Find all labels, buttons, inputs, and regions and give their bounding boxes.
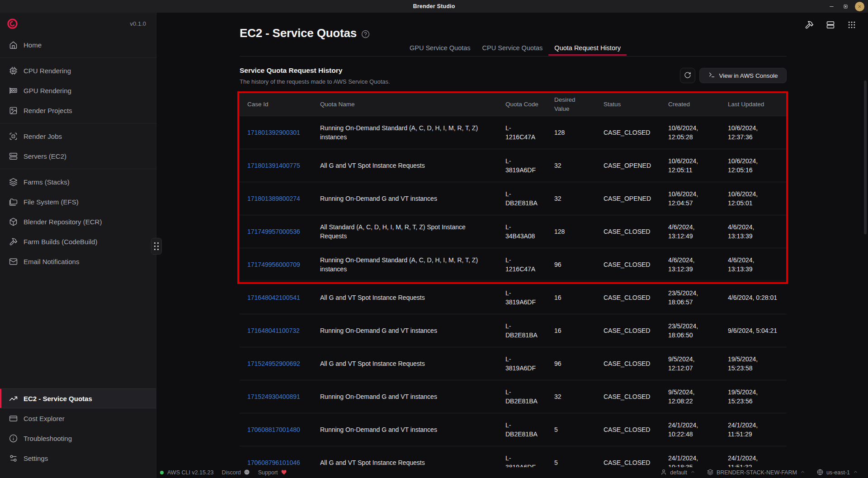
table-row: 171524930400891 Running On-Demand G and … xyxy=(240,380,787,413)
sidebar-divider xyxy=(0,57,156,58)
grid-dots-icon[interactable] xyxy=(847,20,856,29)
sidebar-item-settings[interactable]: Settings xyxy=(0,448,156,468)
case-id-link[interactable]: 171524952900692 xyxy=(240,359,312,368)
desired-value-cell: 128 xyxy=(547,227,596,236)
col-quota-code: Quota Code xyxy=(498,100,547,109)
status-dot xyxy=(160,471,164,474)
close-icon[interactable] xyxy=(855,2,864,11)
sidebar-item-home[interactable]: Home xyxy=(0,35,156,55)
last-updated-cell: 19/5/2024, 15:23:56 xyxy=(720,388,787,406)
sidebar-item-email-notifications[interactable]: Email Notifications xyxy=(0,251,156,271)
sidebar-item-ec2-service-quotas[interactable]: EC2 - Service Quotas xyxy=(0,388,156,408)
info-icon xyxy=(9,434,18,443)
minimize-icon[interactable] xyxy=(827,2,836,11)
table-row: 171801392900301 Running On-Demand Standa… xyxy=(240,116,787,149)
hammer-icon[interactable] xyxy=(805,20,814,29)
settings-icon xyxy=(9,454,18,463)
rows-icon[interactable] xyxy=(826,20,835,29)
quota-name-cell: All G and VT Spot Instance Requests xyxy=(312,359,498,368)
case-id-link[interactable]: 171648042100541 xyxy=(240,293,312,302)
quota-code-cell: L-1216C47A xyxy=(498,123,547,142)
stack-selector[interactable]: BRENDER-STACK-NEW-FARM xyxy=(707,469,805,477)
case-id-link[interactable]: 171648041100732 xyxy=(240,326,312,335)
server-icon xyxy=(9,152,18,161)
last-updated-cell: 4/6/2024, 13:13:39 xyxy=(720,256,787,274)
created-cell: 4/6/2024, 13:12:39 xyxy=(660,256,720,274)
quota-name-cell: Running On-Demand Standard (A, C, D, H, … xyxy=(312,256,498,274)
desired-value-cell: 16 xyxy=(547,293,596,302)
created-cell: 4/6/2024, 13:12:49 xyxy=(660,222,720,241)
sidebar-item-gpu-rendering[interactable]: GPU Rendering xyxy=(0,80,156,100)
sidebar-item-render-jobs[interactable]: Render Jobs xyxy=(0,126,156,146)
quota-code-cell: L-34B43A08 xyxy=(498,222,547,241)
help-circle-icon[interactable] xyxy=(361,30,370,38)
sidebar-item-cost-explorer[interactable]: Cost Explorer xyxy=(0,408,156,428)
quota-name-cell: Running On-Demand Standard (A, C, D, H, … xyxy=(312,123,498,142)
window-controls xyxy=(827,0,864,13)
sidebar-item-blender-repository-ecr[interactable]: Blender Repository (ECR) xyxy=(0,212,156,232)
sidebar-item-servers-ec2[interactable]: Servers (EC2) xyxy=(0,146,156,166)
quota-code-cell: L-1216C47A xyxy=(498,256,547,274)
package-icon xyxy=(9,218,18,226)
desired-value-cell: 32 xyxy=(547,161,596,170)
desired-value-cell: 128 xyxy=(547,128,596,137)
table-row: 171801391400775 All G and VT Spot Instan… xyxy=(240,149,787,182)
table-header-row: Case Id Quota Name Quota Code Desired Va… xyxy=(240,93,787,116)
tab-cpu-service-quotas[interactable]: CPU Service Quotas xyxy=(476,42,549,56)
tab-bar: GPU Service Quotas CPU Service Quotas Qu… xyxy=(404,42,627,56)
case-id-link[interactable]: 171801391400775 xyxy=(240,161,312,170)
scrollbar[interactable] xyxy=(864,80,867,234)
desired-value-cell: 5 xyxy=(547,425,596,434)
view-in-aws-console-button[interactable]: View in AWS Console xyxy=(699,68,787,83)
last-updated-cell: 10/6/2024, 12:37:36 xyxy=(720,123,787,142)
image-icon xyxy=(9,106,18,115)
quota-name-cell: All G and VT Spot Instance Requests xyxy=(312,293,498,302)
last-updated-cell: 10/6/2024, 12:05:01 xyxy=(720,189,787,208)
case-id-link[interactable]: 171801392900301 xyxy=(240,128,312,137)
quota-name-cell: All Standard (A, C, D, H, I, M, R, T, Z)… xyxy=(312,222,498,241)
hammer-icon xyxy=(9,237,18,246)
terminal-icon xyxy=(708,71,715,80)
sidebar-item-farms-stacks[interactable]: Farms (Stacks) xyxy=(0,172,156,192)
support-link[interactable]: Support xyxy=(258,469,287,477)
sidebar-item-file-system-efs[interactable]: File System (EFS) xyxy=(0,192,156,212)
case-id-link[interactable]: 171749957000536 xyxy=(240,227,312,236)
sidebar-item-troubleshooting[interactable]: Troubleshooting xyxy=(0,428,156,448)
case-id-link[interactable]: 170608817001480 xyxy=(240,425,312,434)
credit-card-icon xyxy=(9,414,18,423)
tab-quota-request-history[interactable]: Quota Request History xyxy=(548,42,627,56)
col-created: Created xyxy=(660,100,720,109)
case-id-link[interactable]: 171801389800274 xyxy=(240,194,312,203)
case-id-link[interactable]: 171524930400891 xyxy=(240,392,312,401)
status-cell: CASE_CLOSED xyxy=(596,293,660,302)
refresh-button[interactable] xyxy=(680,68,695,83)
status-cell: CASE_CLOSED xyxy=(596,128,660,137)
table-row: 170608817001480 Running On-Demand G and … xyxy=(240,413,787,446)
user-icon xyxy=(660,469,667,477)
layers-icon xyxy=(9,178,18,186)
created-cell: 9/5/2024, 12:12:07 xyxy=(660,355,720,373)
sidebar-item-render-projects[interactable]: Render Projects xyxy=(0,100,156,120)
sidebar-resize-handle[interactable] xyxy=(151,238,162,255)
created-cell: 10/6/2024, 12:04:57 xyxy=(660,189,720,208)
mail-icon xyxy=(9,257,18,266)
quota-code-cell: L-DB2E81BA xyxy=(498,322,547,340)
sidebar-item-farm-builds-codebuild[interactable]: Farm Builds (CodeBuild) xyxy=(0,232,156,251)
discord-link[interactable]: Discord xyxy=(222,469,250,477)
discord-icon xyxy=(244,469,250,477)
trending-up-icon xyxy=(9,394,18,403)
col-status: Status xyxy=(596,100,660,109)
table-row: 171749957000536 All Standard (A, C, D, H… xyxy=(240,215,787,248)
quota-name-cell: Running On-Demand G and VT instances xyxy=(312,392,498,401)
tab-gpu-service-quotas[interactable]: GPU Service Quotas xyxy=(404,42,476,56)
section-title: Service Quota Request History xyxy=(240,66,342,75)
sidebar-item-cpu-rendering[interactable]: CPU Rendering xyxy=(0,61,156,80)
desired-value-cell: 5 xyxy=(547,458,596,467)
region-selector[interactable]: us-east-1 xyxy=(817,469,858,477)
case-id-link[interactable]: 170608796101046 xyxy=(240,458,312,467)
profile-selector[interactable]: default xyxy=(660,469,695,477)
case-id-link[interactable]: 171749956000709 xyxy=(240,260,312,269)
maximize-icon[interactable] xyxy=(841,2,850,11)
status-cell: CASE_CLOSED xyxy=(596,326,660,335)
created-cell: 10/6/2024, 12:05:11 xyxy=(660,156,720,175)
